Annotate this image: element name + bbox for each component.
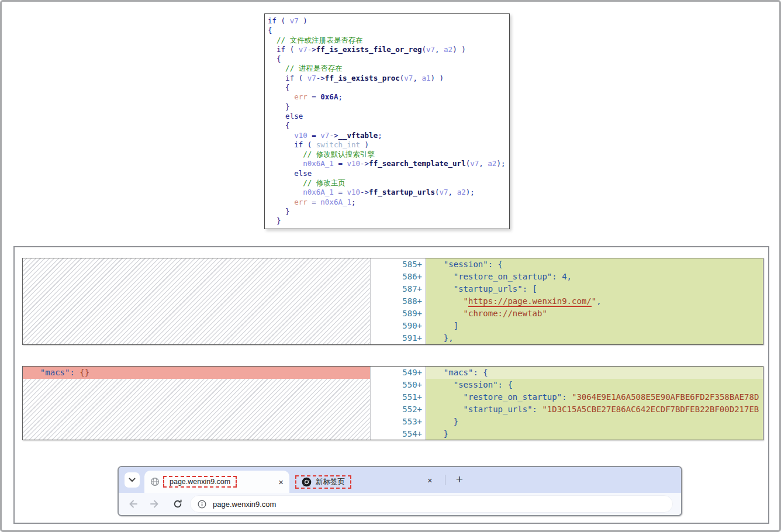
code-token: if ( [268,74,307,82]
code-line: } [268,216,506,226]
code-token: "session": { [434,260,503,269]
code-token [434,309,464,318]
tab2-close-icon[interactable]: × [427,475,433,485]
code-token: { [268,83,290,92]
code-token: , [479,159,488,168]
globe-favicon-icon [150,477,160,486]
tab2-label: 新标签页 [316,477,345,487]
code-line: v10 = v7->__vftable; [268,131,506,140]
code-token: , [435,45,444,54]
diff-added-line: } [426,428,763,440]
code-token: -> [360,159,369,168]
code-line: // 修改默认搜索引擎 [268,150,506,159]
browser-toolbar: page.wenxin9.com [119,493,681,515]
tab-search-button[interactable] [125,472,140,488]
code-line: { [268,54,506,64]
code-token: n0x6A_1 [320,198,351,206]
code-token: // 修改默认搜索引擎 [268,150,375,158]
code-token: v10 [268,131,307,140]
code-line: } [268,207,506,216]
code-line: // 修改主页 [268,178,506,188]
code-token: -> [316,74,325,82]
code-token: v7 [404,74,413,82]
code-token: "1D3C15A5CBE27E86AC642ECDF7BDFEB22BF00D2… [542,405,759,414]
code-token: "startup_urls": [434,405,542,414]
diff-added-line: "session": { [426,379,763,391]
line-number: 554+ [371,428,422,440]
code-token: ] [434,321,458,330]
page-info-icon[interactable] [198,500,206,509]
forward-icon[interactable] [149,499,160,509]
diff-added-line: "restore_on_startup": "3064E9E1A6A508E5E… [426,391,763,403]
code-token: v7 [470,159,479,168]
code-token: __vftable [338,131,378,140]
diff1-right-pane: "session": { "restore_on_startup": 4, "s… [426,258,763,344]
code-token: v7 [299,45,307,54]
tab1-close-icon[interactable]: × [278,478,284,486]
code-token: ) ) [452,45,466,54]
code-line: // 文件或注册表是否存在 [268,36,506,45]
code-token: // 修改主页 [268,178,345,187]
code-token: -> [329,131,338,140]
code-token: n0x6A_1 [268,159,334,168]
code-token: v7 [290,16,299,25]
code-token: } [268,216,281,225]
line-number: 590+ [371,320,422,332]
code-token: } [268,102,290,111]
back-icon[interactable] [128,499,139,509]
annotation-box-tab2: 新标签页 [295,475,351,489]
code-token: } [268,207,290,216]
code-line: n0x6A_1 = v10->ff_startup_urls(v7, a2); [268,188,506,197]
diff2-left-pane: "macs": {} [23,367,371,440]
newtab-favicon-icon [302,477,312,487]
code-token: n0x6A_1 [268,188,334,196]
diff-added-line: "macs": { [426,367,763,379]
code-token: ; [351,198,356,206]
code-token: err [268,92,307,101]
code-token: v10 [347,188,360,196]
code-token: ( [435,188,440,196]
code-token: { [268,121,290,130]
code-token: = [307,92,321,101]
code-token: ff_startup_urls [369,188,435,196]
line-number: 553+ [371,416,422,428]
diff-added-line: "startup_urls": "1D3C15A5CBE27E86AC642EC… [426,403,763,416]
code-token: } [434,417,458,426]
code-token: v7 [440,188,448,196]
address-bar-url: page.wenxin9.com [213,500,276,509]
code-token: ; [338,92,343,101]
diff-block-session: 585+586+587+588+589+590+591+ "session": … [22,258,763,345]
code-line: // 进程是否存在 [268,64,506,73]
new-tab-button[interactable]: + [452,472,467,487]
code-token: ( [421,45,426,54]
code-token: v10 [347,159,360,168]
code-token: " [464,296,468,306]
line-number: 549+ [371,367,422,379]
line-number: 586+ [371,271,422,283]
tab-page-wenxin9[interactable]: page.wenxin9.com × [144,471,289,493]
code-token: , [413,74,421,82]
code-token: = [334,188,347,196]
screenshot-canvas: if ( v7 ){ // 文件或注册表是否存在 if ( v7->ff_is_… [0,0,781,532]
line-number: 588+ [371,295,422,308]
code-line: { [268,83,506,92]
diff-and-browser-container: 585+586+587+588+589+590+591+ "session": … [13,246,769,524]
diff-added-line: "startup_urls": [ [426,283,763,295]
diff-added-line: "session": { [426,258,763,271]
code-token: ff_is_exists_proc [325,74,400,82]
diff2-left-hatch [23,379,370,440]
reload-icon[interactable] [172,499,183,509]
address-bar[interactable]: page.wenxin9.com [190,495,673,513]
diff2-line-numbers: 549+550+551+552+553+554+ [371,367,426,440]
code-token: -> [307,45,316,54]
diff1-left-pane-empty [23,258,371,344]
diff2-right-pane: "macs": { "session": { "restore_on_start… [426,367,763,440]
code-token: ff_search_template_url [369,159,466,168]
code-line: err = n0x6A_1; [268,198,506,207]
code-token: ) [299,16,307,25]
code-token: ) [360,140,369,149]
tab-new-tab[interactable]: 新标签页 [295,471,421,493]
line-number: 589+ [371,308,422,320]
code-token: if ( [268,45,299,54]
code-token: = [307,198,321,206]
